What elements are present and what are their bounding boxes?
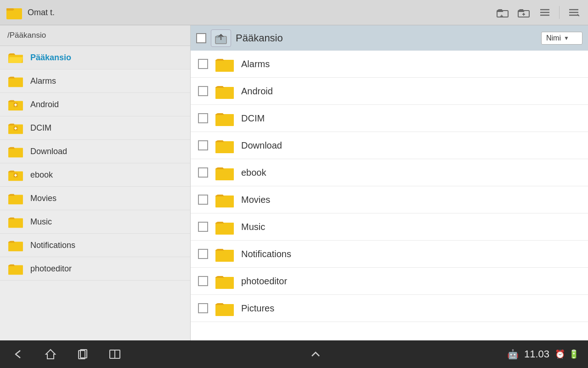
file-item-photoeditor[interactable]: photoeditor (191, 268, 588, 295)
menu-button[interactable] (565, 4, 582, 21)
svg-rect-37 (215, 168, 234, 180)
sidebar-item-photoeditor[interactable]: photoeditor (0, 257, 190, 281)
sidebar-item-label-ebook: ebook (30, 170, 183, 180)
svg-rect-41 (215, 277, 234, 289)
home-button[interactable] (41, 345, 60, 363)
file-item-notifications[interactable]: Notifications (191, 241, 588, 268)
up-directory-button[interactable] (211, 29, 231, 47)
svg-rect-42 (215, 304, 234, 316)
file-folder-icon-dcim (215, 109, 235, 127)
svg-rect-31 (8, 265, 23, 275)
svg-rect-28 (8, 195, 23, 205)
sidebar-item-label-alarms: Alarms (30, 76, 183, 86)
android-icon: 🤖 (507, 349, 519, 360)
file-checkbox-music[interactable] (198, 222, 208, 232)
status-icons: 🤖 (507, 349, 519, 360)
folder-icon-android (7, 98, 24, 111)
sort-dropdown[interactable]: Nimi ▼ (541, 32, 582, 45)
file-checkbox-ebook[interactable] (198, 167, 208, 178)
sidebar-item-notifications[interactable]: Notifications (0, 234, 190, 257)
file-checkbox-notifications[interactable] (198, 249, 208, 259)
file-folder-icon-pictures (215, 299, 235, 317)
file-folder-icon-alarms (215, 55, 235, 73)
file-item-download[interactable]: Download (191, 132, 588, 159)
file-item-pictures[interactable]: Pictures (191, 295, 588, 322)
right-panel: Pääkansio Nimi ▼ Alarms Android DCIM Dow… (191, 25, 588, 340)
file-item-alarms[interactable]: Alarms (191, 51, 588, 78)
bottom-right: 🤖 11.03 ⏰ 🔋 (507, 348, 579, 360)
sidebar-item-ebook[interactable]: ebook (0, 163, 190, 187)
notification-icons: ⏰ 🔋 (555, 349, 579, 359)
svg-rect-35 (215, 114, 234, 126)
file-folder-icon-music (215, 218, 235, 236)
file-folder-icon-android (215, 82, 235, 100)
scroll-up-button[interactable] (306, 345, 325, 363)
home-folder-button[interactable] (494, 4, 511, 21)
file-folder-icon-ebook (215, 164, 235, 181)
sidebar-item-download[interactable]: Download (0, 140, 190, 163)
svg-rect-29 (8, 218, 23, 228)
file-label-music: Music (241, 222, 581, 232)
file-folder-icon-photoeditor (215, 272, 235, 290)
folder-icon-ebook (7, 168, 24, 182)
sidebar-header: /Pääkansio (0, 25, 190, 46)
svg-rect-23 (8, 148, 23, 158)
toolbar-actions (494, 4, 582, 21)
file-label-notifications: Notifications (241, 249, 581, 259)
top-bar: Omat t. (0, 0, 588, 25)
clock: 11.03 (524, 348, 549, 360)
svg-rect-14 (8, 78, 23, 87)
file-checkbox-movies[interactable] (198, 195, 208, 205)
sidebar-item-paakansio[interactable]: Pääkansio (0, 46, 190, 69)
folder-icon-paakansio (7, 51, 24, 64)
file-folder-icon-movies (215, 191, 235, 208)
sidebar-list: Pääkansio Alarms Android DCIM Download e… (0, 46, 190, 340)
svg-rect-34 (215, 87, 234, 99)
list-view-button[interactable] (536, 4, 554, 21)
split-button[interactable] (106, 345, 124, 363)
file-checkbox-pictures[interactable] (198, 303, 208, 313)
folder-icon-download (7, 144, 24, 158)
divider (559, 6, 560, 19)
sidebar-item-label-dcim: DCIM (30, 123, 183, 133)
bottom-nav (9, 345, 124, 363)
sidebar-item-music[interactable]: Music (0, 210, 190, 234)
folder-icon-photoeditor (7, 262, 24, 276)
main-content: /Pääkansio Pääkansio Alarms Android DCIM (0, 25, 588, 340)
battery-icon: 🔋 (569, 349, 579, 359)
file-item-movies[interactable]: Movies (191, 186, 588, 213)
sort-label: Nimi (546, 34, 561, 42)
select-all-checkbox[interactable] (196, 33, 206, 43)
file-checkbox-alarms[interactable] (198, 59, 208, 69)
svg-rect-36 (215, 141, 234, 153)
file-label-download: Download (241, 140, 581, 151)
file-item-android[interactable]: Android (191, 78, 588, 105)
recents-button[interactable] (74, 345, 92, 363)
folder-icon-movies (7, 191, 24, 205)
file-item-dcim[interactable]: DCIM (191, 105, 588, 132)
app-title: Omat t. (28, 8, 494, 17)
folder-icon-notifications (7, 238, 24, 252)
file-item-ebook[interactable]: ebook (191, 159, 588, 186)
file-checkbox-download[interactable] (198, 140, 208, 150)
sidebar-item-android[interactable]: Android (0, 93, 190, 116)
sidebar-item-movies[interactable]: Movies (0, 187, 190, 210)
file-label-ebook: ebook (241, 167, 581, 178)
new-folder-button[interactable] (515, 4, 532, 21)
svg-line-12 (577, 14, 579, 16)
back-button[interactable] (9, 345, 28, 363)
folder-icon-music (7, 215, 24, 229)
sidebar-item-alarms[interactable]: Alarms (0, 69, 190, 93)
sidebar-item-label-music: Music (30, 217, 183, 227)
svg-rect-39 (215, 223, 234, 235)
sidebar-item-label-notifications: Notifications (30, 241, 183, 250)
file-folder-icon-notifications (215, 245, 235, 263)
sidebar-item-label-android: Android (30, 100, 183, 109)
file-item-music[interactable]: Music (191, 213, 588, 241)
file-checkbox-dcim[interactable] (198, 113, 208, 123)
file-checkbox-photoeditor[interactable] (198, 276, 208, 286)
file-checkbox-android[interactable] (198, 86, 208, 96)
folder-icon-dcim (7, 121, 24, 135)
sidebar-item-dcim[interactable]: DCIM (0, 116, 190, 140)
sidebar-item-label-movies: Movies (30, 194, 183, 203)
